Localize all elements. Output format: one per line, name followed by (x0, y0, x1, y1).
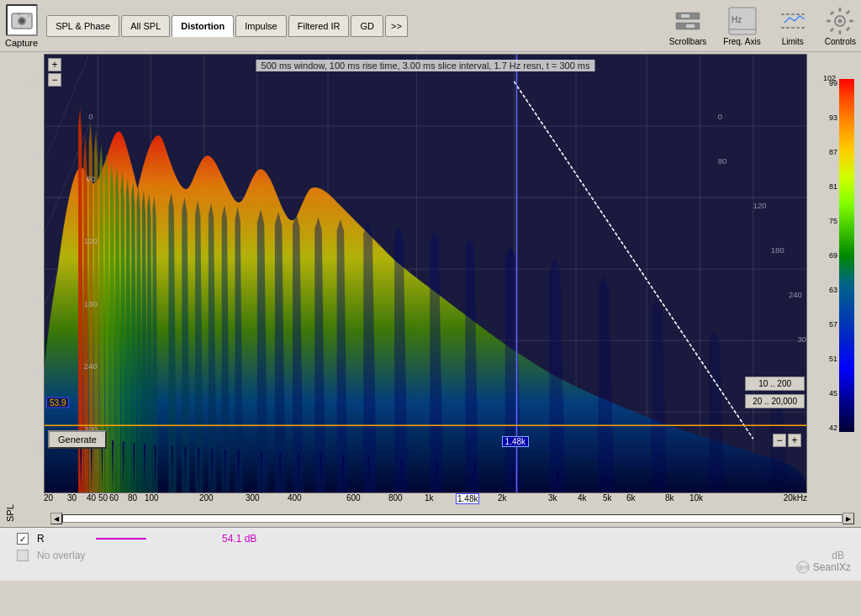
svg-text:180: 180 (84, 299, 98, 308)
x-tick-2k: 2k (498, 493, 507, 503)
color-label-99: 99 (829, 79, 837, 87)
x-tick-1k: 1k (425, 493, 434, 503)
color-label-81: 81 (829, 182, 837, 191)
svg-rect-16 (839, 8, 842, 12)
legend-row-no-overlay: No overlay dB (17, 550, 844, 561)
color-label-69: 69 (829, 251, 837, 260)
x-tick-50: 50 (98, 493, 108, 503)
color-label-87: 87 (829, 148, 837, 156)
toolbar: Capture SPL & Phase All SPL Distortion I… (0, 0, 861, 52)
x-tick-400: 400 (288, 493, 302, 503)
right-controls: Scrollbars Hz Freq. Axis Limi (669, 6, 856, 46)
svg-text:微博: 微博 (798, 565, 810, 571)
zoom-in-bottom[interactable]: + (788, 434, 801, 447)
svg-text:Hz: Hz (732, 15, 742, 24)
freq-axis-label: Freq. Axis (723, 37, 760, 46)
tab-spl-phase[interactable]: SPL & Phase (46, 15, 119, 37)
scrollbars-icon (673, 6, 703, 36)
x-tick-100: 100 (145, 493, 159, 503)
tab-distortion[interactable]: Distortion (172, 15, 234, 37)
svg-text:60: 60 (87, 174, 96, 183)
legend-no-overlay-name: No overlay (37, 550, 85, 561)
main-area: SPL 100 90 80 70 60 50 500 ms window, 10… (0, 52, 861, 527)
range-20-20000-button[interactable]: 20 .. 20,000 (745, 394, 805, 408)
capture-label: Capture (5, 38, 38, 48)
scrollbars-label: Scrollbars (669, 37, 706, 46)
zoom-out-bottom[interactable]: − (773, 434, 786, 447)
svg-text:240: 240 (84, 361, 98, 371)
chart-info-text: 500 ms window, 100 ms rise time, 3.00 ms… (256, 60, 595, 71)
x-tick-200: 200 (199, 493, 214, 503)
svg-text:240: 240 (789, 290, 802, 299)
x-tick-6k: 6k (626, 493, 636, 503)
freq-axis-control[interactable]: Hz Freq. Axis (723, 6, 760, 46)
tab-gd[interactable]: GD (351, 15, 383, 37)
svg-rect-19 (849, 19, 853, 22)
color-scale: 102 99 93 87 81 75 69 63 57 51 45 42 (807, 54, 858, 493)
svg-point-15 (838, 18, 843, 23)
scrollbars-control[interactable]: Scrollbars (669, 6, 706, 46)
x-tick-80: 80 (128, 493, 137, 503)
svg-text:80: 80 (718, 156, 727, 166)
legend-no-overlay-value: dB (832, 550, 844, 561)
x-tick-10k: 10k (689, 493, 703, 503)
scrollbar-track[interactable] (62, 514, 843, 523)
y-tick-90: 90 (17, 150, 40, 160)
color-label-93: 93 (829, 113, 837, 122)
legend-r-line (96, 538, 146, 540)
x-tick-4k: 4k (578, 493, 587, 503)
legend-r-name: R (37, 533, 71, 545)
y-tick-100: 100 (17, 77, 40, 87)
generate-button[interactable]: Generate (48, 430, 107, 449)
legend-no-overlay-checkbox[interactable] (17, 550, 29, 561)
legend-r-checkbox[interactable]: ✓ (17, 533, 29, 545)
tab-more-button[interactable]: >> (385, 15, 408, 37)
waterfall-chart: 0 60 120 180 240 300 0 80 120 180 240 30… (45, 55, 806, 492)
orange-line-label: 53.9 (46, 398, 69, 408)
svg-rect-6 (681, 14, 689, 18)
cursor-freq-label: 1.48k (502, 436, 529, 447)
svg-text:120: 120 (753, 201, 767, 210)
controls-control[interactable]: Controls (825, 6, 856, 46)
freq-axis-icon: Hz (727, 6, 758, 36)
legend-area: ✓ R 54.1 dB No overlay dB 微博 SeanIXz (0, 527, 861, 581)
scroll-left-button[interactable]: ◀ (50, 513, 62, 524)
y-axis-label: SPL (3, 54, 17, 525)
x-axis: 20 30 40 50 60 80 100 200 300 400 600 80… (44, 493, 807, 512)
svg-rect-8 (686, 24, 695, 28)
x-tick-20khz: 20kHz (784, 493, 807, 503)
tab-all-spl[interactable]: All SPL (121, 15, 170, 37)
zoom-in-top[interactable]: + (48, 58, 61, 71)
tab-group: SPL & Phase All SPL Distortion Impulse F… (46, 15, 408, 37)
watermark: 微博 SeanIXz (796, 561, 851, 574)
controls-label: Controls (825, 37, 856, 46)
scroll-right-button[interactable]: ▶ (843, 513, 854, 524)
x-tick-20: 20 (44, 493, 53, 503)
limits-label: Limits (782, 37, 804, 46)
y-tick-60: 60 (17, 369, 40, 378)
legend-row-r: ✓ R 54.1 dB (17, 533, 844, 545)
svg-text:0: 0 (88, 112, 92, 121)
svg-rect-18 (827, 19, 831, 22)
svg-rect-22 (830, 27, 835, 32)
x-tick-3k: 3k (548, 493, 557, 503)
y-tick-50: 50 (17, 442, 40, 451)
limits-control[interactable]: Limits (778, 6, 808, 46)
zoom-out-top[interactable]: − (48, 73, 61, 87)
color-label-75: 75 (829, 217, 837, 225)
scrollbar-row: ◀ ▶ (47, 512, 858, 525)
y-tick-80: 80 (17, 224, 40, 233)
capture-button[interactable]: Capture (5, 4, 38, 48)
x-tick-40: 40 (87, 493, 96, 503)
tab-impulse[interactable]: Impulse (235, 15, 287, 37)
x-tick-5k: 5k (603, 493, 612, 503)
tab-filtered-ir[interactable]: Filtered IR (288, 15, 350, 37)
svg-point-4 (27, 14, 29, 17)
range-10-200-button[interactable]: 10 .. 200 (745, 376, 805, 391)
gear-icon (825, 6, 855, 36)
chart-plot[interactable]: 500 ms window, 100 ms rise time, 3.00 ms… (44, 54, 807, 493)
weibo-icon: 微博 (796, 561, 810, 574)
chart-container: 100 90 80 70 60 50 500 ms window, 100 ms… (17, 54, 858, 525)
legend-r-value: 54.1 dB (222, 533, 256, 545)
svg-point-2 (19, 18, 24, 24)
